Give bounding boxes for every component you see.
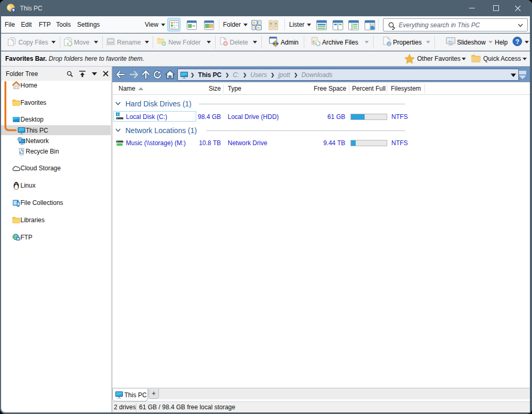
svg-text:?: ? (515, 38, 519, 46)
